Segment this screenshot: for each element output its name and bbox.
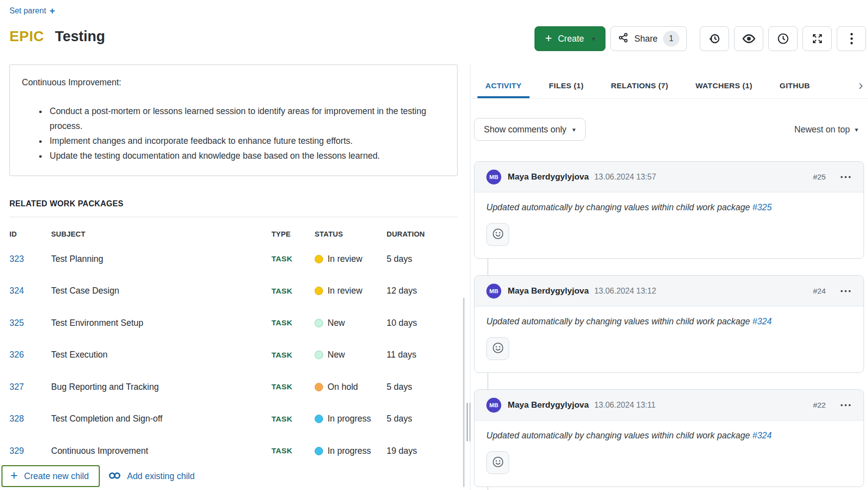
work-package-id-link[interactable]: 329 (9, 446, 51, 456)
work-package-subject[interactable]: Test Case Design (51, 286, 271, 296)
add-reaction-button[interactable] (486, 451, 509, 474)
time-log-button[interactable] (768, 26, 798, 51)
comment-number[interactable]: #25 (813, 173, 826, 182)
avatar[interactable]: MB (486, 284, 501, 299)
avatar[interactable]: MB (486, 398, 501, 413)
tabs-overflow-chevron-icon[interactable]: › (859, 76, 863, 94)
work-package-id-link[interactable]: 324 (9, 286, 51, 296)
comment-card: MB Maya Berdygylyjova 13.06.2024 13:57 #… (474, 161, 864, 259)
column-header-status: STATUS (315, 230, 387, 238)
table-row[interactable]: 324 Test Case Design TASK In review 12 d… (9, 275, 458, 307)
table-row[interactable]: 323 Test Planning TASK In review 5 days (9, 243, 458, 275)
comments-filter-dropdown[interactable]: Show comments only ▾ (474, 118, 586, 141)
work-package-id-link[interactable]: 326 (9, 350, 51, 360)
work-package-type: TASK (271, 415, 315, 424)
add-existing-child-label: Add existing child (127, 471, 195, 482)
work-package-link[interactable]: #324 (752, 316, 772, 326)
work-package-status: In review (315, 286, 387, 296)
comment-menu-icon[interactable] (840, 290, 852, 293)
work-package-type: TASK (271, 254, 315, 263)
work-package-duration: 11 days (387, 350, 458, 360)
comment-author[interactable]: Maya Berdygylyjova (508, 286, 589, 296)
column-header-subject: SUBJECT (51, 230, 271, 238)
work-package-type[interactable]: EPIC (9, 28, 44, 45)
kebab-menu-icon (850, 33, 853, 45)
comment-timestamp: 13.06.2024 13:57 (594, 173, 656, 182)
tab-label: WATCHERS (1) (695, 81, 752, 90)
comment-card: MB Maya Berdygylyjova 13.06.2024 13:11 #… (474, 389, 864, 487)
work-package-subject[interactable]: Test Completion and Sign-off (51, 414, 271, 424)
set-parent-label: Set parent (9, 6, 46, 15)
work-package-type: TASK (271, 318, 315, 327)
comment-body: Updated automatically by changing values… (474, 421, 864, 474)
work-package-subject[interactable]: Test Execution (51, 350, 271, 360)
comment-author[interactable]: Maya Berdygylyjova (508, 400, 589, 410)
comment-author[interactable]: Maya Berdygylyjova (508, 172, 589, 182)
work-package-subject[interactable]: Bug Reporting and Tracking (51, 382, 271, 392)
work-package-link[interactable]: #325 (752, 202, 772, 212)
comment-timestamp: 13.06.2024 13:12 (594, 287, 656, 296)
link-chain-icon (108, 472, 122, 481)
fullscreen-button[interactable] (802, 26, 832, 51)
scrollbar[interactable] (463, 298, 465, 487)
avatar[interactable]: MB (486, 170, 501, 184)
work-package-duration: 19 days (387, 446, 458, 456)
work-package-type: TASK (271, 287, 315, 296)
eye-icon (742, 33, 756, 44)
more-options-button[interactable] (837, 26, 866, 51)
status-label: New (328, 318, 345, 328)
work-package-subject[interactable]: Continuous Improvement (51, 446, 271, 456)
tab-relations[interactable]: RELATIONS (7) (603, 73, 676, 98)
table-row[interactable]: 327 Bug Reporting and Tracking TASK On h… (9, 371, 458, 403)
watch-button[interactable] (734, 26, 763, 51)
chevron-down-icon: ▾ (572, 126, 576, 133)
table-row[interactable]: 329 Continuous Improvement TASK In progr… (9, 435, 458, 467)
table-row[interactable]: 328 Test Completion and Sign-off TASK In… (9, 403, 458, 435)
work-package-id-link[interactable]: 328 (9, 414, 51, 424)
plus-icon: + (545, 32, 552, 44)
comment-menu-icon[interactable] (840, 176, 852, 179)
related-work-packages-table: ID SUBJECT TYPE STATUS DURATION 323 Test… (9, 225, 458, 467)
activity-history-button[interactable] (700, 26, 729, 51)
add-existing-child-button[interactable]: Add existing child (108, 471, 195, 482)
work-package-id-link[interactable]: 325 (9, 318, 51, 328)
create-new-child-label: Create new child (24, 471, 89, 482)
column-header-type: TYPE (271, 230, 315, 238)
comment-card: MB Maya Berdygylyjova 13.06.2024 13:12 #… (474, 275, 864, 373)
tab-label: ACTIVITY (485, 81, 522, 90)
work-package-link[interactable]: #324 (752, 430, 772, 440)
comment-menu-icon[interactable] (840, 404, 852, 407)
work-package-id-link[interactable]: 327 (9, 382, 51, 392)
create-button[interactable]: + Create ▾ (534, 26, 605, 51)
table-row[interactable]: 326 Test Execution TASK New 11 days (9, 339, 458, 371)
clock-icon (777, 32, 790, 45)
status-dot-icon (315, 383, 323, 391)
table-row[interactable]: 325 Test Environment Setup TASK New 10 d… (9, 307, 458, 339)
work-package-id-link[interactable]: 323 (9, 254, 51, 264)
comment-number[interactable]: #22 (813, 401, 826, 410)
tab-activity[interactable]: ACTIVITY (477, 73, 530, 98)
share-button[interactable]: Share 1 (610, 26, 687, 51)
tab-files[interactable]: FILES (1) (541, 73, 592, 98)
work-package-duration: 12 days (387, 286, 458, 296)
comment-timestamp: 13.06.2024 13:11 (594, 401, 655, 410)
add-reaction-button[interactable] (486, 223, 509, 246)
page-title[interactable]: Testing (55, 28, 105, 45)
history-clock-icon (708, 32, 721, 46)
add-reaction-button[interactable] (486, 337, 509, 360)
sort-order-dropdown[interactable]: Newest on top ▾ (795, 124, 858, 135)
panel-resize-handle[interactable] (467, 403, 470, 441)
create-new-child-button[interactable]: + Create new child (1, 465, 100, 487)
work-package-subject[interactable]: Test Environment Setup (51, 318, 271, 328)
tab-github[interactable]: GITHUB (772, 73, 818, 98)
comment-header: MB Maya Berdygylyjova 13.06.2024 13:57 #… (474, 162, 864, 192)
set-parent-link[interactable]: Set parent + (9, 6, 55, 15)
description-bullet: Implement changes and incorporate feedba… (48, 133, 445, 148)
work-package-subject[interactable]: Test Planning (51, 254, 271, 264)
status-dot-icon (315, 319, 323, 327)
status-label: In review (328, 254, 362, 264)
comment-number[interactable]: #24 (813, 287, 826, 296)
toolbar: + Create ▾ Share 1 (534, 26, 866, 51)
tab-watchers[interactable]: WATCHERS (1) (687, 73, 760, 98)
description-field[interactable]: Continuous Improvement: Conduct a post-m… (9, 64, 458, 176)
